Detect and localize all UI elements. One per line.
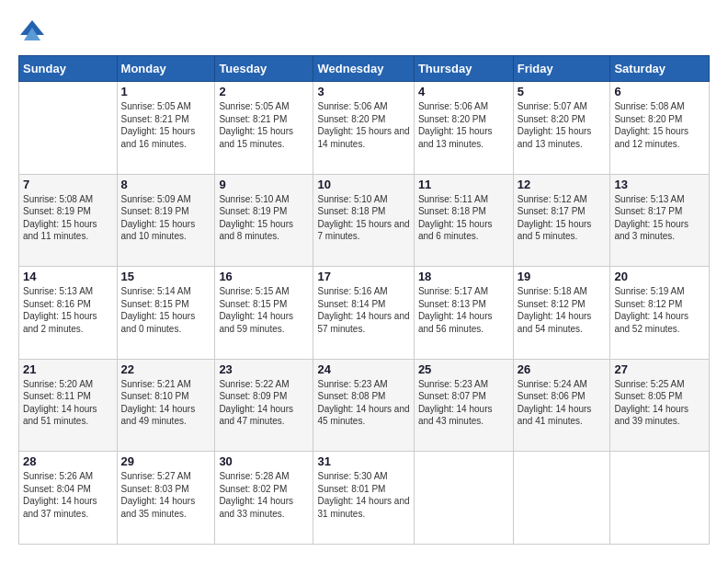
day-number: 27	[614, 362, 705, 376]
weekday-monday: Monday	[117, 56, 215, 82]
day-info: Sunrise: 5:18 AMSunset: 8:12 PMDaylight:…	[518, 285, 607, 335]
day-number: 23	[219, 362, 309, 376]
calendar-cell: 15Sunrise: 5:14 AMSunset: 8:15 PMDayligh…	[117, 267, 215, 360]
day-info: Sunrise: 5:11 AMSunset: 8:18 PMDaylight:…	[418, 193, 509, 243]
calendar-body: 1Sunrise: 5:05 AMSunset: 8:21 PMDaylight…	[19, 82, 710, 545]
day-number: 11	[418, 178, 509, 191]
day-info: Sunrise: 5:28 AMSunset: 8:02 PMDaylight:…	[219, 470, 309, 520]
calendar-week-1: 1Sunrise: 5:05 AMSunset: 8:21 PMDaylight…	[19, 82, 710, 175]
calendar-cell: 3Sunrise: 5:06 AMSunset: 8:20 PMDaylight…	[313, 82, 414, 175]
day-number: 6	[614, 85, 705, 98]
day-number: 4	[418, 85, 509, 98]
calendar-cell: 1Sunrise: 5:05 AMSunset: 8:21 PMDaylight…	[117, 82, 215, 175]
calendar-cell: 5Sunrise: 5:07 AMSunset: 8:20 PMDaylight…	[513, 82, 610, 175]
day-info: Sunrise: 5:30 AMSunset: 8:01 PMDaylight:…	[317, 470, 409, 520]
day-number: 15	[121, 270, 211, 283]
day-number: 1	[121, 85, 211, 98]
day-info: Sunrise: 5:25 AMSunset: 8:05 PMDaylight:…	[614, 378, 705, 428]
calendar-cell: 30Sunrise: 5:28 AMSunset: 8:02 PMDayligh…	[215, 452, 313, 545]
day-info: Sunrise: 5:14 AMSunset: 8:15 PMDaylight:…	[121, 285, 211, 335]
day-info: Sunrise: 5:23 AMSunset: 8:08 PMDaylight:…	[317, 378, 409, 428]
calendar-cell: 7Sunrise: 5:08 AMSunset: 8:19 PMDaylight…	[19, 174, 118, 267]
day-number: 10	[317, 178, 409, 191]
day-info: Sunrise: 5:21 AMSunset: 8:10 PMDaylight:…	[121, 378, 211, 428]
day-info: Sunrise: 5:17 AMSunset: 8:13 PMDaylight:…	[418, 285, 509, 335]
day-info: Sunrise: 5:19 AMSunset: 8:12 PMDaylight:…	[614, 285, 705, 335]
calendar-week-2: 7Sunrise: 5:08 AMSunset: 8:19 PMDaylight…	[19, 174, 710, 267]
calendar-cell	[513, 452, 610, 545]
logo-icon	[18, 18, 46, 46]
calendar-cell: 23Sunrise: 5:22 AMSunset: 8:09 PMDayligh…	[215, 359, 313, 452]
calendar-cell: 6Sunrise: 5:08 AMSunset: 8:20 PMDaylight…	[610, 82, 710, 175]
day-info: Sunrise: 5:05 AMSunset: 8:21 PMDaylight:…	[121, 100, 211, 150]
calendar-cell	[610, 452, 710, 545]
calendar-cell: 17Sunrise: 5:16 AMSunset: 8:14 PMDayligh…	[313, 267, 414, 360]
day-info: Sunrise: 5:08 AMSunset: 8:19 PMDaylight:…	[23, 193, 113, 243]
calendar-cell: 10Sunrise: 5:10 AMSunset: 8:18 PMDayligh…	[313, 174, 414, 267]
day-number: 28	[23, 454, 113, 468]
calendar-header: SundayMondayTuesdayWednesdayThursdayFrid…	[19, 56, 710, 82]
calendar-cell: 14Sunrise: 5:13 AMSunset: 8:16 PMDayligh…	[19, 267, 118, 360]
weekday-thursday: Thursday	[414, 56, 513, 82]
weekday-header-row: SundayMondayTuesdayWednesdayThursdayFrid…	[19, 56, 710, 82]
day-number: 26	[518, 362, 607, 376]
weekday-saturday: Saturday	[610, 56, 710, 82]
calendar-cell: 27Sunrise: 5:25 AMSunset: 8:05 PMDayligh…	[610, 359, 710, 452]
header	[18, 18, 710, 46]
logo	[18, 18, 50, 46]
calendar-cell: 21Sunrise: 5:20 AMSunset: 8:11 PMDayligh…	[19, 359, 118, 452]
day-number: 22	[121, 362, 211, 376]
calendar-week-4: 21Sunrise: 5:20 AMSunset: 8:11 PMDayligh…	[19, 359, 710, 452]
day-info: Sunrise: 5:24 AMSunset: 8:06 PMDaylight:…	[518, 378, 607, 428]
calendar-cell: 16Sunrise: 5:15 AMSunset: 8:15 PMDayligh…	[215, 267, 313, 360]
calendar-cell: 11Sunrise: 5:11 AMSunset: 8:18 PMDayligh…	[414, 174, 513, 267]
calendar-cell: 28Sunrise: 5:26 AMSunset: 8:04 PMDayligh…	[19, 452, 118, 545]
day-info: Sunrise: 5:05 AMSunset: 8:21 PMDaylight:…	[219, 100, 309, 150]
day-info: Sunrise: 5:13 AMSunset: 8:17 PMDaylight:…	[614, 193, 705, 243]
day-info: Sunrise: 5:16 AMSunset: 8:14 PMDaylight:…	[317, 285, 409, 335]
day-info: Sunrise: 5:13 AMSunset: 8:16 PMDaylight:…	[23, 285, 113, 335]
day-number: 17	[317, 270, 409, 283]
calendar-cell: 29Sunrise: 5:27 AMSunset: 8:03 PMDayligh…	[117, 452, 215, 545]
day-info: Sunrise: 5:20 AMSunset: 8:11 PMDaylight:…	[23, 378, 113, 428]
day-number: 21	[23, 362, 113, 376]
calendar-cell: 9Sunrise: 5:10 AMSunset: 8:19 PMDaylight…	[215, 174, 313, 267]
day-number: 30	[219, 454, 309, 468]
weekday-friday: Friday	[513, 56, 610, 82]
day-number: 25	[418, 362, 509, 376]
day-number: 5	[518, 85, 607, 98]
page: SundayMondayTuesdayWednesdayThursdayFrid…	[0, 0, 728, 563]
day-number: 14	[23, 270, 113, 283]
day-info: Sunrise: 5:22 AMSunset: 8:09 PMDaylight:…	[219, 378, 309, 428]
calendar-cell: 22Sunrise: 5:21 AMSunset: 8:10 PMDayligh…	[117, 359, 215, 452]
day-info: Sunrise: 5:06 AMSunset: 8:20 PMDaylight:…	[317, 100, 409, 150]
day-info: Sunrise: 5:15 AMSunset: 8:15 PMDaylight:…	[219, 285, 309, 335]
day-info: Sunrise: 5:23 AMSunset: 8:07 PMDaylight:…	[418, 378, 509, 428]
weekday-sunday: Sunday	[19, 56, 118, 82]
calendar-cell: 13Sunrise: 5:13 AMSunset: 8:17 PMDayligh…	[610, 174, 710, 267]
calendar-cell: 18Sunrise: 5:17 AMSunset: 8:13 PMDayligh…	[414, 267, 513, 360]
calendar-week-3: 14Sunrise: 5:13 AMSunset: 8:16 PMDayligh…	[19, 267, 710, 360]
day-number: 7	[23, 178, 113, 191]
calendar-cell: 20Sunrise: 5:19 AMSunset: 8:12 PMDayligh…	[610, 267, 710, 360]
day-number: 18	[418, 270, 509, 283]
calendar-cell: 24Sunrise: 5:23 AMSunset: 8:08 PMDayligh…	[313, 359, 414, 452]
day-number: 3	[317, 85, 409, 98]
day-number: 19	[518, 270, 607, 283]
day-info: Sunrise: 5:08 AMSunset: 8:20 PMDaylight:…	[614, 100, 705, 150]
calendar-cell: 25Sunrise: 5:23 AMSunset: 8:07 PMDayligh…	[414, 359, 513, 452]
day-info: Sunrise: 5:09 AMSunset: 8:19 PMDaylight:…	[121, 193, 211, 243]
day-number: 16	[219, 270, 309, 283]
day-info: Sunrise: 5:12 AMSunset: 8:17 PMDaylight:…	[518, 193, 607, 243]
day-info: Sunrise: 5:26 AMSunset: 8:04 PMDaylight:…	[23, 470, 113, 520]
day-info: Sunrise: 5:27 AMSunset: 8:03 PMDaylight:…	[121, 470, 211, 520]
day-number: 20	[614, 270, 705, 283]
calendar-cell: 12Sunrise: 5:12 AMSunset: 8:17 PMDayligh…	[513, 174, 610, 267]
calendar-cell: 31Sunrise: 5:30 AMSunset: 8:01 PMDayligh…	[313, 452, 414, 545]
day-number: 31	[317, 454, 409, 468]
day-number: 2	[219, 85, 309, 98]
calendar-cell: 4Sunrise: 5:06 AMSunset: 8:20 PMDaylight…	[414, 82, 513, 175]
calendar-cell: 19Sunrise: 5:18 AMSunset: 8:12 PMDayligh…	[513, 267, 610, 360]
weekday-tuesday: Tuesday	[215, 56, 313, 82]
calendar-cell	[19, 82, 118, 175]
